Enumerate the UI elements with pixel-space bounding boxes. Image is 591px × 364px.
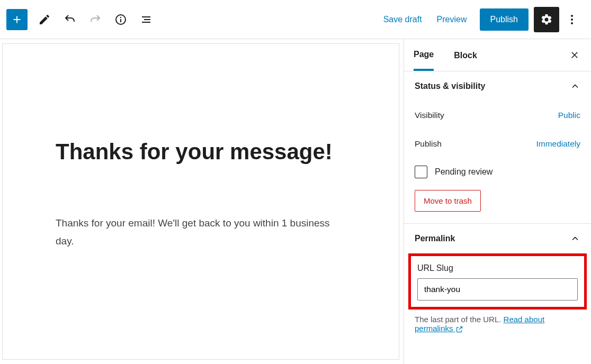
editor-topbar: Save draft Preview Publish — [0, 0, 591, 39]
info-icon — [114, 13, 127, 26]
permalink-title: Permalink — [415, 234, 455, 243]
status-visibility-title: Status & visibility — [415, 81, 485, 91]
editor-canvas[interactable]: Thanks for your message! Thanks for your… — [2, 43, 399, 360]
list-icon — [140, 13, 153, 26]
visibility-label: Visibility — [415, 111, 444, 120]
pending-review-checkbox[interactable] — [415, 166, 427, 178]
url-slug-input[interactable] — [417, 278, 578, 301]
more-options-button[interactable] — [559, 7, 585, 32]
gear-icon — [540, 13, 553, 26]
visibility-row: Visibility Public — [415, 101, 580, 130]
pending-review-label: Pending review — [435, 167, 492, 177]
permalink-helper: The last part of the URL. Read about per… — [404, 313, 591, 333]
outline-button[interactable] — [133, 7, 159, 32]
publish-button[interactable]: Publish — [480, 8, 529, 31]
permalink-panel: Permalink URL Slug The last part of the … — [404, 224, 591, 333]
publish-value[interactable]: Immediately — [536, 139, 580, 149]
svg-rect-2 — [120, 19, 121, 22]
add-block-button[interactable] — [6, 9, 28, 30]
publish-label: Publish — [415, 139, 442, 149]
editor-column: Thanks for your message! Thanks for your… — [0, 39, 404, 364]
page-title[interactable]: Thanks for your message! — [56, 139, 346, 165]
visibility-value[interactable]: Public — [558, 111, 580, 120]
sidebar-tabs: Page Block — [404, 39, 591, 71]
close-icon — [570, 50, 579, 60]
topbar-right: Save draft Preview Publish — [376, 7, 585, 32]
edit-mode-button[interactable] — [32, 7, 57, 32]
permalink-header[interactable]: Permalink — [404, 224, 591, 253]
redo-icon — [89, 13, 102, 26]
svg-point-1 — [120, 16, 121, 17]
pencil-icon — [38, 13, 51, 26]
pending-review-row: Pending review — [415, 158, 580, 190]
chevron-up-icon — [570, 81, 580, 92]
chevron-up-icon — [570, 233, 580, 244]
svg-point-4 — [571, 19, 573, 21]
tab-block[interactable]: Block — [454, 40, 477, 70]
kebab-icon — [566, 13, 578, 26]
svg-point-5 — [571, 22, 573, 24]
undo-button[interactable] — [57, 7, 83, 32]
main-area: Thanks for your message! Thanks for your… — [0, 39, 591, 364]
permalink-helper-text: The last part of the URL. — [415, 315, 504, 324]
status-visibility-header[interactable]: Status & visibility — [404, 71, 591, 101]
redo-button[interactable] — [83, 7, 108, 32]
url-slug-label: URL Slug — [417, 263, 578, 273]
settings-sidebar: Page Block Status & visibility Visibilit… — [404, 39, 591, 364]
move-to-trash-button[interactable]: Move to trash — [415, 190, 481, 212]
page-body[interactable]: Thanks for your email! We'll get back to… — [56, 214, 346, 250]
settings-button[interactable] — [534, 7, 559, 32]
url-slug-highlight: URL Slug — [408, 253, 587, 310]
svg-point-3 — [571, 15, 573, 17]
publish-row: Publish Immediately — [415, 130, 580, 158]
status-visibility-body: Visibility Public Publish Immediately Pe… — [404, 101, 591, 223]
close-sidebar-button[interactable] — [566, 46, 584, 64]
tab-page[interactable]: Page — [414, 39, 434, 71]
status-visibility-panel: Status & visibility Visibility Public Pu… — [404, 71, 591, 224]
preview-button[interactable]: Preview — [429, 11, 474, 29]
topbar-left — [6, 7, 159, 32]
undo-icon — [64, 13, 76, 26]
external-link-icon — [455, 325, 463, 333]
save-draft-button[interactable]: Save draft — [376, 11, 429, 29]
plus-icon — [11, 14, 23, 25]
info-button[interactable] — [108, 7, 133, 32]
